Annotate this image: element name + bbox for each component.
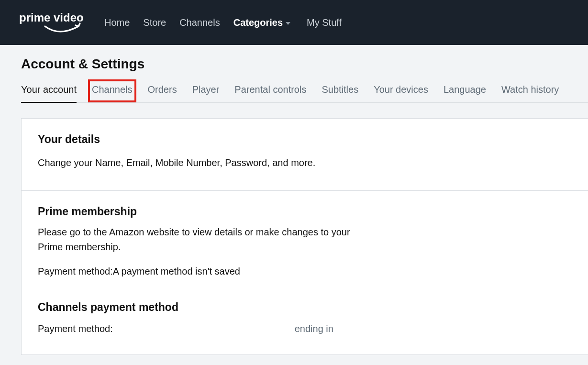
nav-home[interactable]: Home (104, 17, 130, 28)
tab-your-devices[interactable]: Your devices (374, 84, 428, 102)
nav-channels[interactable]: Channels (179, 17, 220, 28)
page-title: Account & Settings (21, 56, 588, 72)
settings-card: Your details Change your Name, Email, Mo… (21, 118, 588, 355)
tab-watch-history[interactable]: Watch history (501, 84, 559, 102)
prime-video-logo[interactable]: prime video (19, 7, 88, 38)
channels-pm-heading: Channels payment method (38, 301, 572, 314)
nav-categories[interactable]: Categories (233, 17, 290, 28)
section-prime-membership: Prime membership Please go to the Amazon… (22, 191, 588, 354)
your-details-body: Change your Name, Email, Mobile Number, … (38, 155, 354, 170)
tab-channels[interactable]: Channels (92, 84, 133, 102)
chevron-down-icon (286, 22, 290, 25)
channels-pm-label: Payment method: (38, 323, 113, 334)
settings-tabs: Your account Channels Orders Player Pare… (21, 84, 588, 103)
svg-text:prime video: prime video (19, 11, 84, 24)
tab-parental-controls[interactable]: Parental controls (234, 84, 306, 102)
nav-store[interactable]: Store (143, 17, 166, 28)
tab-orders[interactable]: Orders (148, 84, 177, 102)
tab-language[interactable]: Language (444, 84, 486, 102)
nav-categories-label: Categories (233, 17, 283, 28)
channels-pm-row: Payment method: ending in (38, 323, 572, 334)
channels-pm-value: ending in (295, 323, 333, 334)
tab-subtitles[interactable]: Subtitles (322, 84, 358, 102)
page-body: Account & Settings Your account Channels… (0, 45, 588, 355)
prime-body: Please go to the Amazon website to view … (38, 225, 354, 254)
your-details-heading: Your details (38, 133, 572, 146)
top-nav: prime video Home Store Channels Categori… (0, 0, 588, 45)
section-your-details[interactable]: Your details Change your Name, Email, Mo… (22, 119, 588, 191)
nav-mystuff[interactable]: My Stuff (307, 17, 342, 28)
tab-your-account[interactable]: Your account (21, 84, 77, 103)
tab-player[interactable]: Player (192, 84, 220, 102)
prime-payment-line: Payment method:A payment method isn't sa… (38, 264, 354, 279)
prime-heading: Prime membership (38, 205, 572, 218)
